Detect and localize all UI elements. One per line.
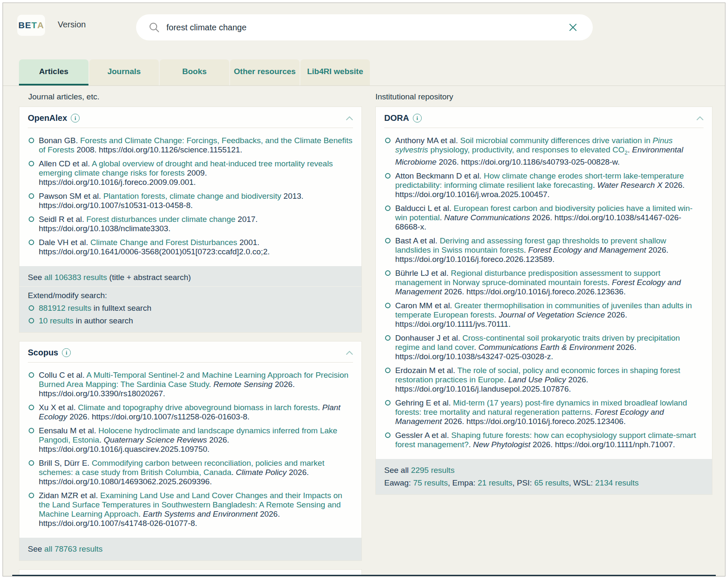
text-segment: in author search <box>73 316 133 325</box>
text-segment: Gessler A et al. <box>395 431 451 440</box>
text-segment: Anthony MA et al. <box>395 136 460 145</box>
bullet-icon <box>29 460 34 466</box>
search-icon <box>149 22 160 33</box>
result-citation: Gessler A et al. Shaping future forests:… <box>395 431 704 449</box>
search-input[interactable] <box>166 22 566 33</box>
bottom-clip-edge <box>12 575 716 576</box>
chevron-up-icon[interactable] <box>346 116 353 120</box>
tab-journals[interactable]: Journals <box>89 59 159 85</box>
result-item: Seidl R et al. Forest disturbances under… <box>28 215 353 233</box>
text-segment: in fulltext search <box>91 304 152 312</box>
text-segment: Balducci L et al. <box>395 204 454 213</box>
tab-books[interactable]: Books <box>160 59 229 85</box>
result-link[interactable]: 10 results <box>39 316 73 325</box>
text-segment: See <box>28 273 44 282</box>
see-all-row: Extend/modify search: <box>28 291 353 301</box>
result-item: Zidan MZR et al. Examining Land Use and … <box>28 491 353 528</box>
result-link[interactable]: 21 results <box>478 478 512 487</box>
text-segment: See <box>28 544 44 553</box>
result-link[interactable]: Climate and topography drive aboveground… <box>78 403 318 412</box>
text-segment: Bonan GB. <box>39 136 80 145</box>
result-link[interactable]: physiology, productivity, and responses … <box>428 145 624 154</box>
result-item: Gessler A et al. Shaping future forests:… <box>384 431 704 449</box>
bullet-icon <box>385 138 391 143</box>
result-citation: Anthony MA et al. Soil microbial communi… <box>395 136 704 167</box>
result-citation: Atton Beckmann D et al. How climate chan… <box>395 171 704 199</box>
text-segment: . <box>628 145 632 154</box>
text-segment: 2026. https://doi.org/10.1111/nph.71007. <box>530 440 675 449</box>
info-icon[interactable]: i <box>71 114 80 123</box>
text-segment: , Empa: <box>448 478 478 487</box>
result-item: Anthony MA et al. Soil microbial communi… <box>384 136 704 167</box>
text-segment: . <box>209 380 214 389</box>
text-segment: See all <box>384 466 411 475</box>
text-segment: . <box>440 213 444 222</box>
result-link[interactable]: Plantation forests, climate change and b… <box>103 192 281 200</box>
result-item: Atton Beckmann D et al. How climate chan… <box>384 171 704 199</box>
result-item: Pawson SM et al. Plantation forests, cli… <box>28 192 353 210</box>
result-link[interactable]: 2295 results <box>411 466 455 475</box>
result-link[interactable]: 881912 results <box>39 304 91 312</box>
result-citation: Donhauser J et al. Cross-continental soi… <box>395 334 704 361</box>
text-segment: . <box>495 310 499 319</box>
result-citation: Eensalu M et al. Holocene hydroclimate a… <box>39 426 353 454</box>
search-portal-page: BETA Version ArticlesJournalsBooksOther … <box>3 3 725 576</box>
result-citation: Collu C et al. A Multi-Temporal Sentinel… <box>39 371 353 398</box>
text-segment: Donhauser J et al. <box>395 334 462 342</box>
tab-lib4ri-website[interactable]: Lib4RI website <box>300 59 370 85</box>
results-column-right: DORAiAnthony MA et al. Soil microbial co… <box>375 107 712 503</box>
beta-letter: B <box>18 20 25 30</box>
result-citation: Erdozain M et al. The role of social, po… <box>395 366 704 394</box>
text-segment: Extend/modify search: <box>28 291 107 300</box>
results-column-left: OpenAlexiBonan GB. Forests and Climate C… <box>19 107 362 576</box>
result-link[interactable]: all 106383 results <box>44 273 107 282</box>
bullet-icon <box>29 428 34 433</box>
chevron-up-icon[interactable] <box>696 116 704 120</box>
result-link[interactable]: Climate Change and Forest Disturbances <box>91 238 238 247</box>
bullet-icon <box>29 493 34 498</box>
info-icon[interactable]: i <box>413 114 422 123</box>
tab-other-resources[interactable]: Other resources <box>230 59 300 85</box>
text-segment: Remote Sensing <box>213 380 272 389</box>
text-segment: , WSL: <box>569 478 595 487</box>
result-item: Bast A et al. Deriving and assessing for… <box>384 236 704 264</box>
footer-text: Extend/modify search: <box>28 291 107 301</box>
result-link[interactable]: 2134 results <box>595 478 639 487</box>
result-link[interactable]: 75 results <box>413 478 448 487</box>
result-item: Bonan GB. Forests and Climate Change: Fo… <box>28 136 353 155</box>
result-item: Dale VH et al. Climate Change and Forest… <box>28 238 353 256</box>
bullet-icon <box>29 405 34 410</box>
search-bar[interactable] <box>136 14 593 40</box>
version-label: Version <box>58 20 86 29</box>
text-segment: Eensalu M et al. <box>39 426 99 435</box>
text-segment: Journal of Vegetation Science <box>499 310 605 319</box>
panel-title: OpenAlex <box>28 113 67 123</box>
result-link[interactable]: 65 results <box>534 478 569 487</box>
result-link[interactable]: all 78763 results <box>44 544 102 553</box>
text-segment: Gehring E et al. <box>395 398 453 407</box>
text-segment: . <box>591 408 595 416</box>
panel-header: DORAi <box>376 107 712 128</box>
result-item: Gehring E et al. Mid-term (17 years) pos… <box>384 398 704 426</box>
result-citation: Xu X et al. Climate and topography drive… <box>39 403 353 422</box>
bullet-icon <box>29 193 34 199</box>
result-link[interactable]: 2 <box>624 149 627 156</box>
tab-articles[interactable]: Articles <box>19 59 88 85</box>
chevron-up-icon[interactable] <box>346 351 353 355</box>
beta-badge: BETA <box>17 15 45 36</box>
text-segment: Climate Policy <box>236 468 286 477</box>
panel-title: Scopus <box>28 348 58 358</box>
text-segment: (title + abstract search) <box>107 273 191 282</box>
text-segment: Collu C et al. <box>39 371 86 379</box>
bullet-icon <box>385 368 391 373</box>
panel-footer: See all 78763 results <box>19 538 361 560</box>
text-segment: Allen CD et al. <box>39 159 92 168</box>
text-segment: Xu X et al. <box>39 403 78 412</box>
info-icon[interactable]: i <box>62 348 71 357</box>
bullet-icon <box>385 400 391 406</box>
result-link[interactable]: Soil microbial community differences dri… <box>460 136 653 145</box>
result-link[interactable]: Forest disturbances under climate change <box>86 215 236 224</box>
clear-icon[interactable] <box>566 20 580 35</box>
bullet-icon <box>385 205 391 211</box>
result-item: Allen CD et al. A global overview of dro… <box>28 159 353 187</box>
